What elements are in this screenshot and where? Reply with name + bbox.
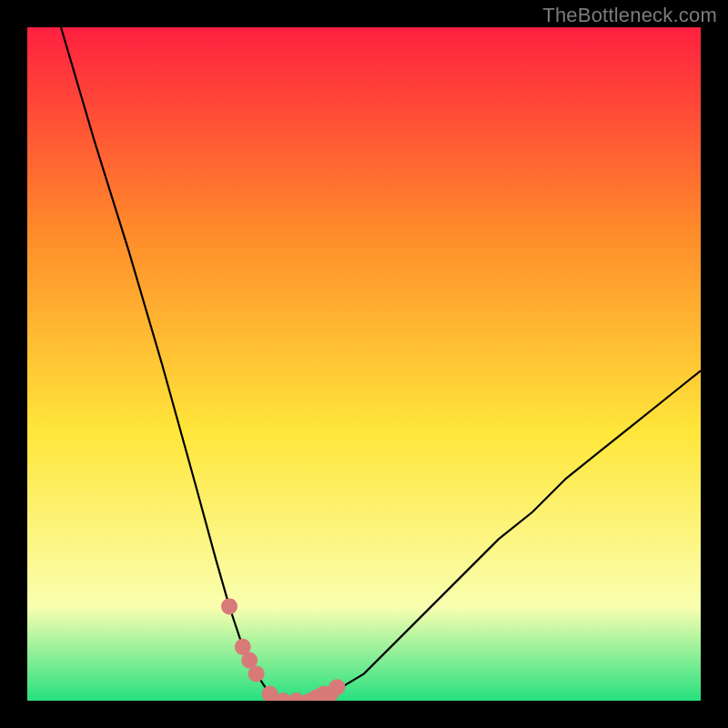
gradient-background [27, 27, 701, 701]
plot-area [27, 27, 701, 701]
marker-dot [221, 598, 238, 614]
bottleneck-chart [27, 27, 701, 701]
marker-dot [329, 679, 345, 695]
chart-frame: TheBottleneck.com [0, 0, 728, 728]
marker-dot [248, 665, 265, 682]
watermark-text: TheBottleneck.com [542, 4, 717, 27]
